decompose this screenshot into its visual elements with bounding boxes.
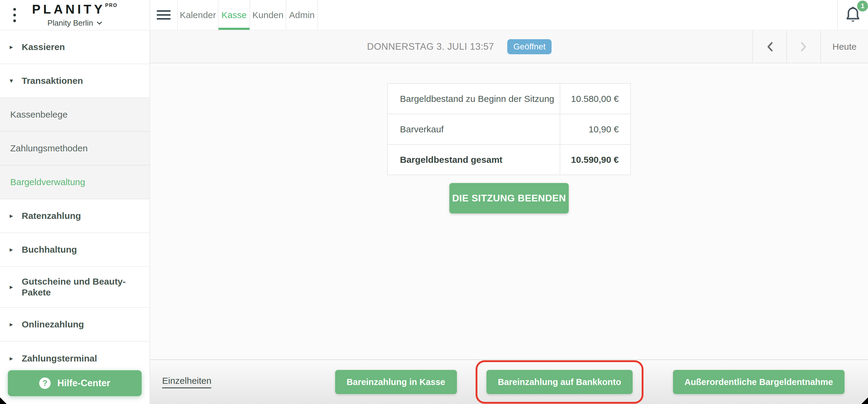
planity-app: PLANITY PRO Planity Berlin Kalender Kass… (0, 0, 868, 404)
body-row: Kassieren Transaktionen Kassenbelege Zah… (0, 30, 868, 404)
kebab-menu-icon[interactable] (11, 6, 18, 24)
location-selector[interactable]: Planity Berlin (47, 19, 102, 28)
row-label: Bargeldbestand gesamt (388, 145, 560, 175)
tab-kasse[interactable]: Kasse (218, 0, 250, 30)
sidebar-item-bargeldverwaltung[interactable]: Bargeldverwaltung (0, 165, 150, 199)
content: DONNERSTAG 3. JULI 13:57 Geöffnet He (150, 30, 868, 404)
sidebar-item-label: Onlinezahlung (22, 319, 84, 330)
notification-badge: 1 (857, 1, 868, 11)
brand-block: PLANITY PRO Planity Berlin (0, 0, 150, 30)
tab-kalender[interactable]: Kalender (178, 0, 218, 30)
sidebar-item-zahlungsmethoden[interactable]: Zahlungsmethoden (0, 132, 150, 165)
sidebar-item-onlinezahlung[interactable]: Onlinezahlung (0, 308, 150, 342)
chevron-left-icon (767, 41, 773, 52)
kebab-dot (13, 13, 16, 16)
header-spacer (318, 0, 837, 30)
sidebar: Kassieren Transaktionen Kassenbelege Zah… (0, 30, 150, 404)
row-value: 10.580,00 € (560, 84, 630, 114)
previous-day-button[interactable] (752, 30, 786, 63)
sidebar-item-label: Transaktionen (22, 75, 83, 86)
extraordinary-withdrawal-button[interactable]: Außerordentliche Bargeldentnahme (673, 370, 844, 394)
annotation-highlight: Bareinzahlung auf Bankkonto (475, 360, 644, 404)
notifications-button[interactable]: 1 (837, 0, 868, 30)
sidebar-item-kassenbelege[interactable]: Kassenbelege (0, 98, 150, 132)
sidebar-item-buchhaltung[interactable]: Buchhaltung (0, 233, 150, 267)
row-value: 10.590,90 € (560, 145, 630, 175)
caret-down-icon (10, 77, 22, 85)
brand-name: PLANITY (32, 2, 105, 17)
tab-admin[interactable]: Admin (286, 0, 318, 30)
sidebar-item-label: Kassieren (22, 41, 65, 53)
chevron-down-icon (97, 22, 102, 25)
location-label: Planity Berlin (47, 19, 93, 28)
kebab-dot (13, 8, 16, 10)
content-topbar: DONNERSTAG 3. JULI 13:57 Geöffnet He (150, 30, 868, 63)
sidebar-item-label: Gutscheine und Beauty-Pakete (22, 276, 141, 298)
next-day-button[interactable] (786, 30, 820, 63)
caret-right-icon (10, 43, 22, 51)
row-label: Barverkauf (388, 114, 560, 145)
question-mark-icon: ? (39, 377, 51, 389)
bell-wrap: 1 (845, 6, 861, 24)
sidebar-item-label: Bargeldverwaltung (10, 177, 85, 188)
sidebar-item-label: Zahlungsterminal (22, 353, 97, 364)
today-button[interactable]: Heute (820, 30, 868, 63)
sidebar-item-ratenzahlung[interactable]: Ratenzahlung (0, 199, 150, 233)
brand-logo: PLANITY PRO (32, 2, 117, 17)
caret-right-icon (10, 320, 22, 328)
status-badge: Geöffnet (507, 39, 552, 54)
row-label: Bargeldbestand zu Beginn der Sitzung (388, 84, 560, 114)
sidebar-item-label: Zahlungsmethoden (10, 143, 88, 154)
cash-deposit-bank-button[interactable]: Bareinzahlung auf Bankkonto (487, 370, 632, 394)
details-link[interactable]: Einzelheiten (162, 376, 211, 388)
help-center-button[interactable]: ? Hilfe-Center (8, 370, 142, 396)
hamburger-menu-button[interactable] (150, 0, 178, 30)
sidebar-item-transaktionen[interactable]: Transaktionen (0, 64, 150, 98)
sidebar-item-gutscheine[interactable]: Gutscheine und Beauty-Pakete (0, 267, 150, 308)
content-main: Bargeldbestand zu Beginn der Sitzung 10.… (150, 63, 868, 360)
date-nav: Heute (752, 30, 868, 63)
sidebar-item-label: Ratenzahlung (22, 211, 81, 221)
date-group: DONNERSTAG 3. JULI 13:57 Geöffnet (367, 39, 552, 54)
caret-right-icon (10, 283, 22, 291)
content-footer: Einzelheiten Bareinzahlung in Kasse Bare… (150, 360, 868, 404)
brand: PLANITY PRO Planity Berlin (32, 2, 117, 28)
help-center-label: Hilfe-Center (57, 378, 110, 389)
caret-right-icon (10, 212, 22, 220)
brand-pro-tag: PRO (105, 3, 118, 8)
tab-kunden[interactable]: Kunden (250, 0, 286, 30)
date-text: DONNERSTAG 3. JULI 13:57 (367, 41, 494, 52)
table-row: Bargeldbestand zu Beginn der Sitzung 10.… (388, 84, 630, 114)
sidebar-item-label: Kassenbelege (10, 109, 67, 120)
table-row-total: Bargeldbestand gesamt 10.590,90 € (388, 145, 630, 175)
cash-deposit-register-button[interactable]: Bareinzahlung in Kasse (335, 370, 457, 394)
top-header: PLANITY PRO Planity Berlin Kalender Kass… (0, 0, 868, 30)
sidebar-item-kassieren[interactable]: Kassieren (0, 30, 150, 64)
table-row: Barverkauf 10,90 € (388, 114, 630, 145)
cash-balance-table: Bargeldbestand zu Beginn der Sitzung 10.… (387, 83, 631, 175)
caret-right-icon (10, 246, 22, 254)
row-value: 10,90 € (560, 114, 630, 145)
kebab-dot (13, 19, 16, 22)
end-session-button[interactable]: DIE SITZUNG BEENDEN (450, 183, 569, 214)
main-nav: Kalender Kasse Kunden Admin (150, 0, 318, 30)
caret-right-icon (10, 354, 22, 363)
hamburger-icon (157, 10, 170, 20)
sidebar-item-label: Buchhaltung (22, 244, 77, 255)
chevron-right-icon (801, 41, 807, 52)
